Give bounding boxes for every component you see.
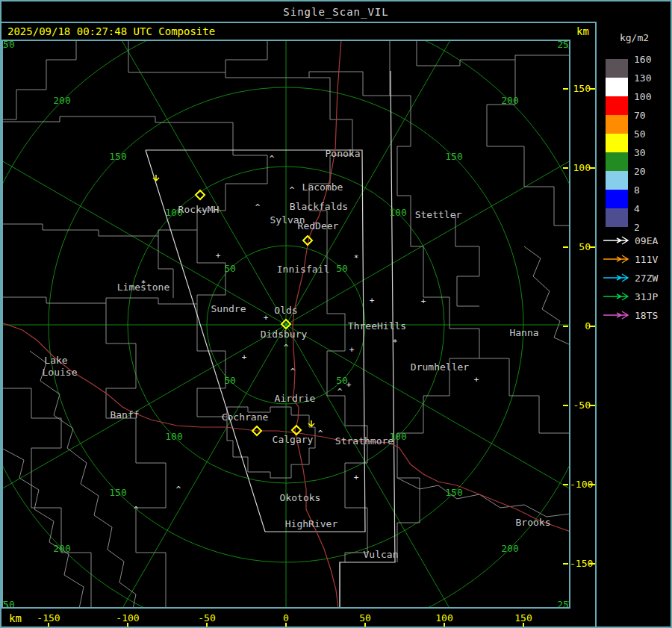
title-bar: Single_Scan_VIL	[1, 1, 671, 23]
bottom-axis-unit-label: km	[9, 612, 22, 624]
bottom-axis-label: 100	[422, 612, 467, 624]
town-marker-caret: ^	[318, 429, 323, 438]
bottom-axis-label: -100	[105, 612, 150, 624]
legend-value-label: 2	[634, 222, 640, 233]
city-label: Limestone	[117, 282, 170, 293]
city-label: Brooks	[516, 517, 551, 528]
county-boundary	[1, 297, 197, 304]
bottom-axis-tick	[127, 623, 128, 628]
legend-color-box	[606, 208, 628, 227]
bottom-axis-label: -50	[184, 612, 229, 624]
ring-range-label: 100	[165, 431, 182, 442]
town-marker-plus: +	[354, 473, 359, 482]
town-marker-plus: +	[370, 296, 375, 305]
site-id-label: 111V	[635, 254, 658, 265]
city-label: Calgary	[273, 434, 314, 445]
city-label: RedDeer	[298, 220, 339, 231]
town-marker-caret: ^	[255, 202, 261, 212]
ring-range-label: 150	[109, 487, 126, 498]
bottom-axis-tick	[444, 623, 445, 628]
town-marker-caret: ^	[134, 505, 139, 514]
right-axis-tick	[589, 246, 595, 248]
county-boundary	[30, 351, 136, 609]
arrow-glyph	[603, 255, 628, 263]
timestamp-label: 2025/09/18 00:27:48 UTC Composite	[7, 25, 215, 37]
city-label: Hanna	[509, 327, 538, 338]
county-boundary	[363, 40, 390, 96]
bottom-axis-label: 50	[343, 612, 388, 624]
legend-site-row: 09EA	[603, 235, 658, 246]
legend-color-box	[606, 59, 628, 78]
site-id-label: 09EA	[635, 235, 658, 246]
town-marker-caret: ^	[176, 485, 181, 494]
right-axis-label: 150	[570, 83, 591, 94]
county-boundary	[1, 448, 84, 609]
county-boundary	[197, 321, 227, 417]
town-marker-caret: ^	[337, 387, 343, 397]
radial-line	[286, 325, 525, 609]
legend-value-label: 4	[634, 203, 640, 214]
legend-value-label: 8	[634, 184, 640, 196]
right-axis-tick	[563, 484, 568, 485]
radial-line	[47, 325, 286, 609]
ring-range-label: 200	[501, 543, 518, 554]
town-marker-caret: ^	[284, 343, 289, 352]
county-boundary	[390, 96, 423, 297]
county-boundary	[128, 40, 363, 78]
bottom-axis-label: 0	[264, 612, 308, 624]
site-id-label: 27ZW	[635, 273, 658, 284]
city-label: Airdrie	[275, 393, 316, 404]
18ts-arrow-icon	[603, 311, 631, 320]
city-label: Vulcan	[364, 549, 399, 560]
town-marker-caret: ^	[290, 367, 296, 376]
27zw-arrow-icon	[603, 273, 631, 282]
legend-value-label: 100	[634, 91, 651, 102]
arrow-glyph	[603, 293, 628, 300]
09ea-arrow-icon	[603, 236, 631, 245]
city-label: ThreeHills	[348, 320, 406, 332]
ring-range-label: 200	[501, 95, 518, 106]
city-label: RockyMH	[178, 204, 220, 215]
county-boundary	[225, 40, 267, 72]
right-axis-label: 0	[570, 320, 591, 332]
right-axis-unit-label: km	[576, 25, 589, 37]
radar-app-window: Single_Scan_VIL 2025/09/18 00:27:48 UTC …	[0, 0, 672, 628]
city-label: Stettler	[415, 209, 462, 220]
right-axis-tick	[589, 484, 595, 485]
bottom-axis-tick	[48, 623, 49, 628]
ring-range-label: 150	[445, 151, 462, 162]
radar-center-dot	[285, 323, 287, 326]
legend-panel: kg/m2 16013010070503020842 09EA111V27ZW3…	[595, 22, 672, 627]
legend-site-row: 31JP	[603, 291, 658, 302]
31jp-arrow-icon	[603, 292, 631, 301]
right-axis-tick	[563, 167, 568, 169]
right-axis-tick	[563, 246, 568, 248]
city-label: Lacombe	[302, 181, 343, 193]
legend-color-box	[606, 78, 628, 96]
right-axis-tick	[589, 563, 595, 565]
arrow-glyph	[603, 311, 628, 319]
town-marker-asterisk: *	[393, 338, 398, 347]
legend-value-label: 50	[634, 128, 646, 140]
county-boundary	[397, 478, 570, 517]
ring-range-label: 150	[109, 151, 126, 162]
county-boundary	[417, 40, 570, 66]
county-boundary	[1, 388, 91, 609]
town-marker-plus: +	[242, 352, 247, 362]
site-id-label: 31JP	[635, 291, 658, 302]
bottom-axis-label: 150	[501, 612, 546, 624]
legend-value-label: 70	[634, 110, 646, 121]
legend-color-box	[606, 190, 628, 208]
right-axis-label: -100	[570, 479, 591, 490]
bottom-axis-tick	[364, 623, 366, 628]
city-label: HighRiver	[285, 518, 338, 529]
window-title: Single_Scan_VIL	[283, 6, 388, 18]
town-marker-plus: +	[421, 296, 426, 306]
legend-site-row: 27ZW	[603, 273, 658, 283]
bottom-axis-tick	[206, 623, 208, 628]
legend-value-label: 160	[634, 54, 651, 65]
ring-range-label: 250	[1, 40, 15, 50]
city-label: Cochrane	[222, 411, 269, 423]
right-axis-label: -50	[570, 400, 591, 411]
arrow-glyph	[603, 274, 628, 282]
